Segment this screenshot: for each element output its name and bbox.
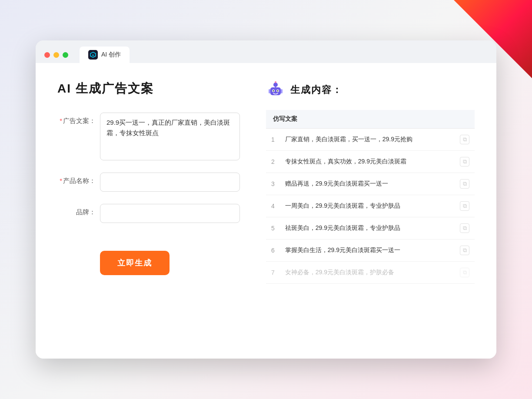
ad-copy-group: *广告文案： 29.9买一送一，真正的厂家直销，美白淡斑霜，专抹女性斑点 (57, 113, 240, 160)
traffic-lights (44, 52, 68, 58)
tab-label: AI 创作 (101, 51, 121, 59)
copy-icon[interactable]: ⧉ (460, 201, 469, 211)
row-number: 6 (266, 239, 280, 262)
copy-button[interactable]: ⧉ (455, 195, 475, 217)
right-panel: 生成内容： 仿写文案 1厂家直销，美白淡斑霜，买一送一，29.9元抢购⧉2专抹女… (266, 80, 475, 341)
table-row: 3赠品再送，29.9元美白淡斑霜买一送一⧉ (266, 173, 475, 195)
results-table: 仿写文案 1厂家直销，美白淡斑霜，买一送一，29.9元抢购⧉2专抹女性斑点，真实… (266, 110, 475, 284)
product-name-group: *产品名称： 美白淡斑霜 (57, 173, 240, 192)
copy-button[interactable]: ⧉ (455, 151, 475, 173)
copy-button[interactable]: ⧉ (455, 173, 475, 195)
copy-icon[interactable]: ⧉ (460, 223, 469, 233)
title-bar: AI AI 创作 (36, 40, 496, 63)
row-number: 4 (266, 195, 280, 217)
row-copy-text: 祛斑美白，29.9元美白淡斑霜，专业护肤品 (280, 217, 455, 239)
copy-icon[interactable]: ⧉ (460, 135, 469, 144)
table-row: 5祛斑美白，29.9元美白淡斑霜，专业护肤品⧉ (266, 217, 475, 239)
robot-icon (266, 80, 285, 100)
ad-copy-required: * (60, 117, 62, 124)
page-title: AI 生成广告文案 (57, 80, 240, 97)
svg-point-9 (277, 90, 279, 92)
brand-group: 品牌： 好白 (57, 204, 240, 223)
row-number: 2 (266, 151, 280, 173)
row-number: 7 (266, 262, 280, 284)
copy-icon[interactable]: ⧉ (460, 179, 469, 189)
product-name-input[interactable]: 美白淡斑霜 (100, 173, 240, 192)
row-number: 5 (266, 217, 280, 239)
row-copy-text: 专抹女性斑点，真实功效，29.9元美白淡斑霜 (280, 151, 455, 173)
row-copy-text: 女神必备，29.9元美白淡斑霜，护肤必备 (280, 262, 455, 284)
svg-point-8 (273, 90, 274, 92)
browser-window: AI AI 创作 AI 生成广告文案 *广告文案： 29.9买一送一，真正的厂家… (36, 40, 496, 359)
svg-point-11 (275, 81, 276, 83)
copy-icon[interactable]: ⧉ (460, 268, 469, 277)
table-row: 4一周美白，29.9元美白淡斑霜，专业护肤品⧉ (266, 195, 475, 217)
copy-button[interactable]: ⧉ (455, 217, 475, 239)
row-copy-text: 赠品再送，29.9元美白淡斑霜买一送一 (280, 173, 455, 195)
svg-text:AI: AI (92, 54, 95, 57)
table-header: 仿写文案 (266, 110, 475, 129)
table-row: 6掌握美白生活，29.9元美白淡斑霜买一送一⧉ (266, 239, 475, 262)
results-header: 生成内容： (266, 80, 475, 100)
copy-icon[interactable]: ⧉ (460, 157, 469, 166)
product-name-label: *产品名称： (57, 173, 96, 185)
copy-icon[interactable]: ⧉ (460, 246, 469, 255)
ai-tab-icon: AI (88, 50, 98, 60)
row-number: 1 (266, 129, 280, 151)
row-copy-text: 厂家直销，美白淡斑霜，买一送一，29.9元抢购 (280, 129, 455, 151)
maximize-button[interactable] (63, 52, 68, 58)
svg-rect-5 (281, 89, 283, 93)
table-row: 2专抹女性斑点，真实功效，29.9元美白淡斑霜⧉ (266, 151, 475, 173)
brand-label: 品牌： (57, 204, 96, 216)
row-copy-text: 一周美白，29.9元美白淡斑霜，专业护肤品 (280, 195, 455, 217)
content-area: AI 生成广告文案 *广告文案： 29.9买一送一，真正的厂家直销，美白淡斑霜，… (36, 63, 496, 359)
table-row: 1厂家直销，美白淡斑霜，买一送一，29.9元抢购⧉ (266, 129, 475, 151)
left-panel: AI 生成广告文案 *广告文案： 29.9买一送一，真正的厂家直销，美白淡斑霜，… (57, 80, 240, 341)
product-name-required: * (60, 177, 62, 184)
results-title: 生成内容： (290, 83, 342, 96)
generate-button[interactable]: 立即生成 (100, 251, 170, 275)
table-row: 7女神必备，29.9元美白淡斑霜，护肤必备⧉ (266, 262, 475, 284)
copy-button[interactable]: ⧉ (455, 262, 475, 284)
copy-button[interactable]: ⧉ (455, 239, 475, 262)
row-copy-text: 掌握美白生活，29.9元美白淡斑霜买一送一 (280, 239, 455, 262)
copy-button[interactable]: ⧉ (455, 129, 475, 151)
close-button[interactable] (44, 52, 50, 58)
ad-copy-input[interactable]: 29.9买一送一，真正的厂家直销，美白淡斑霜，专抹女性斑点 (100, 113, 240, 160)
svg-rect-4 (269, 89, 270, 93)
brand-input[interactable]: 好白 (100, 204, 240, 223)
ai-tab[interactable]: AI AI 创作 (80, 47, 130, 63)
row-number: 3 (266, 173, 280, 195)
minimize-button[interactable] (53, 52, 59, 58)
ad-copy-label: *广告文案： (57, 113, 96, 125)
